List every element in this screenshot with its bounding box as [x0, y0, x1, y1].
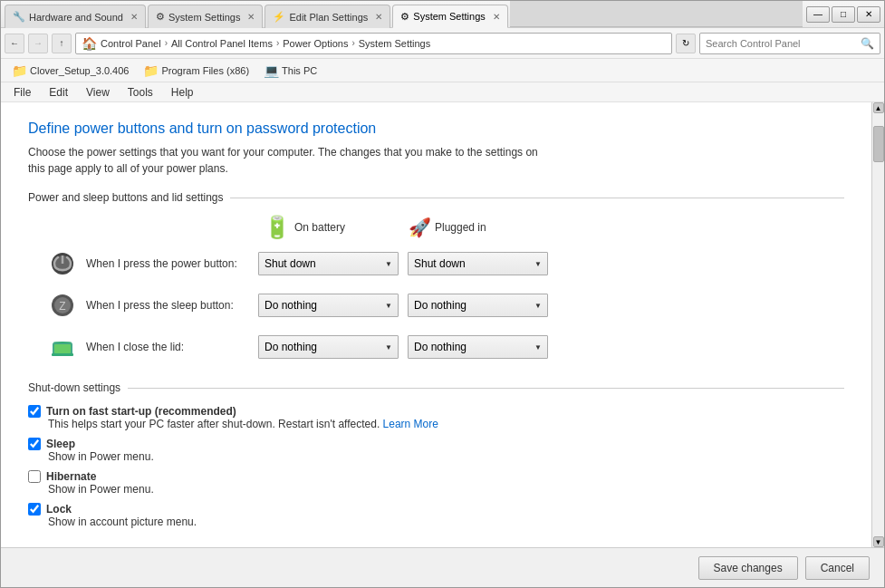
content-area: Define power buttons and turn on passwor… [1, 102, 871, 547]
fast-startup-item: Turn on fast start-up (recommended) This… [28, 405, 844, 430]
power-sleep-section-title: Power and sleep buttons and lid settings [28, 191, 223, 204]
save-changes-button[interactable]: Save changes [698, 556, 798, 580]
hibernate-text: Hibernate [46, 470, 96, 483]
sleep-button-battery-arrow: ▼ [385, 302, 392, 310]
svg-point-8 [53, 342, 72, 343]
maximize-button[interactable]: □ [832, 6, 855, 23]
hardware-tab-close[interactable]: ✕ [130, 12, 138, 22]
page-title: Define power buttons and turn on passwor… [28, 120, 844, 137]
clover-label: Clover_Setup_3.0.406 [30, 65, 129, 76]
minimize-button[interactable]: — [806, 6, 830, 23]
sleep-checkbox[interactable] [28, 438, 41, 450]
power-button-icon [46, 247, 79, 280]
hibernate-sublabel: Show in Power menu. [48, 483, 154, 496]
system-settings-2-tab-icon: ⚙ [400, 11, 409, 23]
sleep-checkbox-label[interactable]: Sleep [28, 438, 844, 450]
menu-file[interactable]: File [8, 84, 36, 101]
menubar: File Edit View Tools Help [1, 82, 884, 102]
fast-startup-text: Turn on fast start-up (recommended) [46, 405, 236, 418]
hibernate-checkbox-label[interactable]: Hibernate [28, 470, 844, 483]
shutdown-section-header: Shut-down settings [28, 381, 844, 394]
svg-text:Z: Z [59, 300, 65, 313]
scrollbar-up-arrow[interactable]: ▲ [873, 102, 884, 113]
shutdown-section-title: Shut-down settings [28, 381, 120, 394]
lid-plugged-arrow: ▼ [534, 343, 542, 352]
hardware-tab-label: Hardware and Sound [29, 12, 123, 23]
page-description: Choose the power settings that you want … [28, 144, 544, 177]
breadcrumb-sep-1: › [165, 38, 168, 48]
fav-this-pc[interactable]: 💻 This PC [260, 62, 321, 80]
lock-checkbox[interactable] [28, 503, 41, 516]
sleep-button-battery-dropdown[interactable]: Do nothing ▼ [258, 294, 399, 317]
up-button[interactable]: ↑ [52, 34, 72, 53]
cancel-button[interactable]: Cancel [805, 556, 870, 580]
tab-system-settings-1[interactable]: ⚙ System Settings ✕ [148, 5, 263, 28]
fast-startup-sub: This helps start your PC faster after sh… [48, 418, 844, 430]
power-button-label: When I press the power button: [86, 257, 258, 270]
lock-checkbox-label[interactable]: Lock [28, 503, 844, 516]
power-button-battery-dropdown[interactable]: Shut down ▼ [258, 252, 399, 275]
pluggedin-icon: 🚀 [409, 217, 431, 238]
close-button[interactable]: ✕ [857, 6, 880, 23]
fast-startup-label[interactable]: Turn on fast start-up (recommended) [28, 405, 844, 418]
lock-sub: Show in account picture menu. [48, 516, 844, 528]
lid-plugged-dropdown[interactable]: Do nothing ▼ [408, 335, 548, 359]
power-button-battery-value: Shut down [265, 257, 316, 270]
system-settings-1-tab-close[interactable]: ✕ [247, 12, 255, 22]
refresh-button[interactable]: ↻ [676, 34, 696, 53]
tab-hardware[interactable]: 🔧 Hardware and Sound ✕ [5, 5, 146, 28]
power-button-dropdowns: Shut down ▼ Shut down ▼ [258, 252, 548, 275]
search-box: 🔍 [699, 33, 880, 54]
battery-icon: 🔋 [264, 215, 291, 240]
back-button[interactable]: ← [5, 34, 24, 53]
menu-view[interactable]: View [81, 84, 115, 101]
lid-battery-arrow: ▼ [385, 343, 392, 352]
fav-program-files[interactable]: 📁 Program Files (x86) [139, 62, 253, 80]
breadcrumb-item-1[interactable]: Control Panel [101, 38, 161, 49]
scrollbar-thumb[interactable] [873, 126, 884, 162]
scrollbar[interactable]: ▲ ▼ [871, 102, 884, 547]
menu-help[interactable]: Help [166, 84, 199, 101]
main-content: Define power buttons and turn on passwor… [1, 102, 884, 547]
menu-tools[interactable]: Tools [122, 84, 159, 101]
scrollbar-down-arrow[interactable]: ▼ [873, 536, 884, 547]
lock-item: Lock Show in account picture menu. [28, 503, 844, 528]
breadcrumb-sep-2: › [276, 38, 279, 48]
sleep-button-plugged-dropdown[interactable]: Do nothing ▼ [408, 294, 548, 317]
program-files-label: Program Files (x86) [161, 65, 249, 76]
hibernate-checkbox[interactable] [28, 470, 41, 483]
lock-sublabel: Show in account picture menu. [48, 516, 197, 528]
hardware-tab-icon: 🔧 [13, 11, 25, 23]
favorites-bar: 📁 Clover_Setup_3.0.406 📁 Program Files (… [1, 59, 884, 82]
section-line-1 [230, 198, 844, 198]
svg-rect-7 [52, 353, 73, 356]
breadcrumb-item-3[interactable]: Power Options [283, 38, 348, 49]
lid-battery-dropdown[interactable]: Do nothing ▼ [258, 335, 399, 359]
breadcrumb[interactable]: 🏠 Control Panel › All Control Panel Item… [75, 33, 672, 54]
sleep-sublabel: Show in Power menu. [48, 450, 154, 463]
system-settings-2-tab-close[interactable]: ✕ [493, 12, 500, 22]
breadcrumb-icon: 🏠 [82, 36, 97, 51]
footer: Save changes Cancel [1, 547, 884, 587]
edit-plan-tab-close[interactable]: ✕ [375, 12, 382, 22]
menu-edit[interactable]: Edit [43, 84, 73, 101]
forward-button[interactable]: → [28, 34, 48, 53]
fav-clover[interactable]: 📁 Clover_Setup_3.0.406 [8, 62, 132, 80]
learn-more-link[interactable]: Learn More [383, 418, 438, 430]
tab-edit-plan[interactable]: ⚡ Edit Plan Settings ✕ [265, 5, 390, 28]
sleep-sub: Show in Power menu. [48, 450, 844, 463]
this-pc-label: This PC [282, 65, 317, 76]
breadcrumb-item-2[interactable]: All Control Panel Items [171, 38, 273, 49]
search-input[interactable] [706, 38, 861, 49]
lid-plugged-value: Do nothing [414, 341, 467, 353]
fast-startup-checkbox[interactable] [28, 405, 41, 418]
tab-system-settings-2[interactable]: ⚙ System Settings ✕ [392, 5, 507, 28]
system-settings-1-tab-label: System Settings [168, 12, 240, 23]
sleep-button-plugged-value: Do nothing [414, 299, 467, 312]
power-button-plugged-dropdown[interactable]: Shut down ▼ [408, 252, 548, 275]
sleep-text: Sleep [46, 438, 75, 450]
battery-column-label: On battery [294, 221, 345, 234]
tab-spacer [510, 1, 803, 27]
breadcrumb-item-4[interactable]: System Settings [359, 38, 430, 49]
power-button-battery-arrow: ▼ [385, 260, 392, 268]
